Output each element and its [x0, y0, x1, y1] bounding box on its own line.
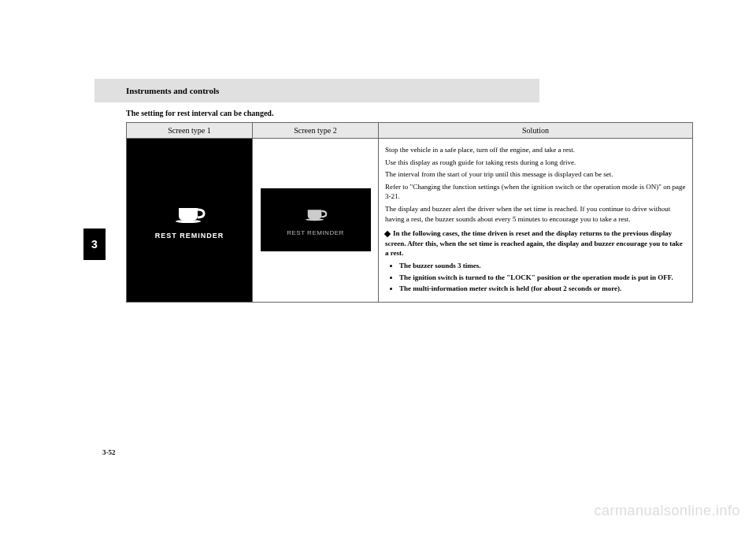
- rest-reminder-label-2: REST REMINDER: [287, 229, 344, 236]
- header-band: Instruments and controls: [94, 79, 539, 102]
- note-bullet: The ignition switch is turned to the "LO…: [399, 273, 686, 283]
- col-header-screen1: Screen type 1: [127, 123, 253, 139]
- chapter-tab: 3: [83, 228, 106, 260]
- rest-reminder-label-1: REST REMINDER: [155, 232, 224, 240]
- cup-icon: [304, 204, 328, 223]
- info-table: Screen type 1 Screen type 2 Solution: [126, 122, 693, 303]
- note-block: In the following cases, the time driven …: [385, 228, 686, 294]
- screen-type-1-cell: REST REMINDER: [127, 139, 253, 303]
- solution-line: Stop the vehicle in a safe place, turn o…: [385, 145, 686, 155]
- table-row: REST REMINDER RES: [127, 139, 693, 303]
- section-title: Instruments and controls: [126, 86, 219, 95]
- page-number: 3-52: [102, 448, 116, 456]
- solution-line: Use this display as rough guide for taki…: [385, 158, 686, 168]
- note-bullet: The multi-information meter switch is he…: [399, 284, 686, 294]
- solution-cell: Stop the vehicle in a safe place, turn o…: [379, 139, 693, 303]
- svg-point-0: [176, 220, 201, 223]
- screen-type-2-cell: REST REMINDER: [253, 139, 379, 303]
- sub-header: The setting for rest interval can be cha…: [94, 109, 662, 117]
- svg-point-1: [305, 218, 323, 221]
- solution-line: The interval from the start of your trip…: [385, 169, 686, 180]
- note-bullet: The buzzer sounds 3 times.: [399, 261, 686, 271]
- col-header-solution: Solution: [379, 123, 693, 139]
- note-lead: In the following cases, the time driven …: [385, 229, 683, 257]
- solution-line: Refer to "Changing the function settings…: [385, 182, 686, 202]
- solution-line: The display and buzzer alert the driver …: [385, 204, 686, 224]
- cup-icon: [174, 200, 206, 225]
- col-header-screen2: Screen type 2: [253, 123, 379, 139]
- diamond-bullet-icon: [384, 231, 391, 237]
- watermark: carmanualsonline.info: [594, 503, 740, 519]
